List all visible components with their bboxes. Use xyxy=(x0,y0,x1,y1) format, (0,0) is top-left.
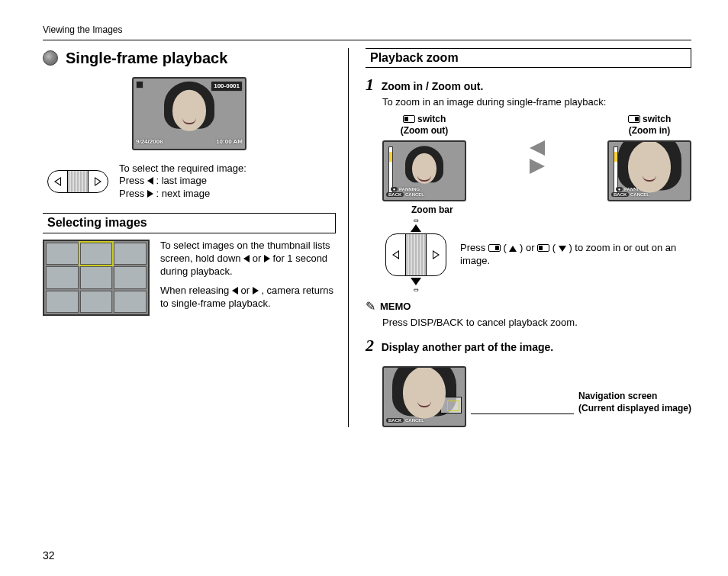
zoom-instr-a: Press xyxy=(460,242,488,253)
left-arrow-icon xyxy=(147,177,153,185)
cancel-label-3: CANCEL xyxy=(405,418,424,423)
running-head: Viewing the Images xyxy=(43,24,691,37)
fat-arrow-right-icon xyxy=(530,159,545,174)
nav-caption-2: (Current displayed image) xyxy=(578,403,691,413)
back-label-1: BACK xyxy=(386,192,404,197)
zoom-bar-caption: Zoom bar xyxy=(411,204,691,217)
section-title-single-frame: Single-frame playback xyxy=(66,48,227,68)
up-arrow-icon xyxy=(509,246,517,252)
selecting-or-1: or xyxy=(253,253,264,264)
zoom-in-switch-icon xyxy=(628,115,640,123)
file-number-label: 100-0001 xyxy=(211,81,243,92)
memo-label: MEMO xyxy=(380,301,411,314)
navigation-caption: Navigation screen (Current displayed ima… xyxy=(578,391,691,414)
zoom-in-label-b: (Zoom in) xyxy=(629,125,671,136)
cancel-label-1: CANCEL xyxy=(405,192,424,197)
right-arrow-icon-3 xyxy=(253,287,259,294)
dpad-right-arrow-icon xyxy=(95,177,101,186)
down-arrow-icon xyxy=(559,246,566,252)
memo-icon: ✎ xyxy=(366,301,375,313)
rule xyxy=(43,40,691,40)
memo-body: Press DISP/BACK to cancel playback zoom. xyxy=(382,317,691,330)
zoom-out-switch-icon xyxy=(403,115,415,123)
zoom-in-label-a: switch xyxy=(643,114,671,124)
zoom-out-label-b: (Zoom out) xyxy=(401,125,449,136)
back-label-3: BACK xyxy=(386,418,404,423)
thumbnail-grid-preview xyxy=(43,240,150,316)
lcd-zoom-in-preview: ● PANNING BACK CANCEL xyxy=(607,140,691,201)
right-arrow-icon xyxy=(147,190,153,198)
right-arrow-icon-2 xyxy=(264,255,270,262)
left-column: Single-frame playback 100-0001 9/24/2006… xyxy=(43,48,348,427)
page-number: 32 xyxy=(43,549,55,562)
step-number-1: 1 xyxy=(366,75,374,94)
fat-arrow-left-icon xyxy=(530,140,545,156)
next-image-label: : next image xyxy=(156,188,210,199)
subheading-playback-zoom: Playback zoom xyxy=(366,48,691,69)
leader-line xyxy=(471,413,574,414)
dpad-zoom-icon: ▭ ▭ xyxy=(385,233,446,276)
subheading-selecting-images: Selecting images xyxy=(43,213,336,233)
step-1-intro: To zoom in an image during single-frame … xyxy=(382,96,691,109)
switch-icon-out xyxy=(537,244,549,252)
panning-label-1: PANNING xyxy=(399,187,420,191)
select-lead: To select the required image: xyxy=(119,163,246,175)
lcd-zoom-out-preview: ● PANNING BACK CANCEL xyxy=(382,140,466,201)
nav-caption-1: Navigation screen xyxy=(578,391,657,401)
zoom-instr-or: ) or xyxy=(520,242,537,253)
dpad-right-arrow-icon-2 xyxy=(433,250,440,259)
zoom-in-tick-icon: ▭ xyxy=(414,217,419,224)
left-arrow-icon-2 xyxy=(243,255,250,262)
dpad-left-right-icon xyxy=(47,170,108,193)
selecting-body: To select images on the thumbnail lists … xyxy=(160,240,336,310)
press-label-1: Press xyxy=(119,175,147,186)
zoom-direction-arrows xyxy=(530,140,545,174)
step-2-title: Display another part of the image. xyxy=(382,341,554,353)
zoom-out-tick-icon: ▭ xyxy=(414,286,419,293)
zoom-out-label-a: switch xyxy=(417,114,446,124)
press-label-2: Press xyxy=(119,188,147,199)
section-bullet-icon xyxy=(43,50,58,66)
lcd-playback-preview: 100-0001 9/24/2006 10:00 AM xyxy=(132,77,246,150)
switch-icon-in xyxy=(488,244,501,252)
dpad-left-arrow-icon xyxy=(54,177,61,186)
selecting-or-2: or xyxy=(241,285,253,296)
zoom-instr-p2: ( xyxy=(552,242,556,253)
cancel-label-2: CANCEL xyxy=(630,192,649,197)
dpad-left-arrow-icon-2 xyxy=(392,250,399,259)
date-label: 9/24/2006 xyxy=(136,138,163,146)
right-column: Playback zoom 1 Zoom in / Zoom out. To z… xyxy=(348,48,691,427)
dpad-up-arrow-icon xyxy=(411,224,421,232)
time-label: 10:00 AM xyxy=(216,138,243,146)
zoom-instr-p1: ( xyxy=(503,242,506,253)
last-image-label: : last image xyxy=(156,175,206,186)
dpad-down-arrow-icon xyxy=(411,278,421,285)
lcd-navigation-preview: BACK CANCEL xyxy=(382,366,466,427)
back-label-2: BACK xyxy=(611,192,629,197)
select-image-instructions: To select the required image: Press : la… xyxy=(119,163,246,201)
manual-page: { "running_head": "Viewing the Images", … xyxy=(0,0,728,576)
step-number-2: 2 xyxy=(366,336,374,355)
step-1-title: Zoom in / Zoom out. xyxy=(382,80,484,92)
zoom-instruction: Press ( ) or ( ) to zoom in or out on an… xyxy=(460,242,691,268)
playback-mode-icon xyxy=(136,81,143,88)
selecting-body-2a: When releasing xyxy=(160,285,232,296)
left-arrow-icon-3 xyxy=(232,287,238,294)
